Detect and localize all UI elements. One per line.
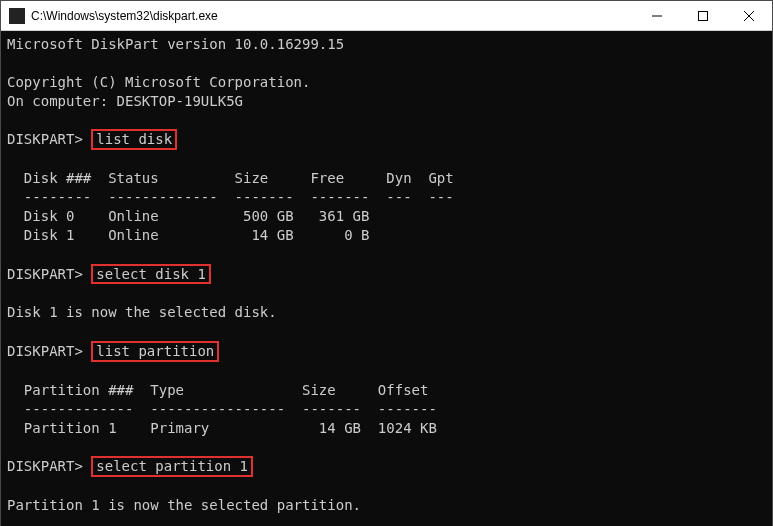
select-partition-msg: Partition 1 is now the selected partitio… bbox=[7, 496, 766, 515]
partition-table-header: Partition ### Type Size Offset bbox=[7, 381, 766, 400]
computer-line: On computer: DESKTOP-19ULK5G bbox=[7, 92, 766, 111]
disk-table-header: Disk ### Status Size Free Dyn Gpt bbox=[7, 169, 766, 188]
cmd-list-disk: list disk bbox=[91, 129, 177, 150]
app-icon bbox=[9, 8, 25, 24]
terminal-output[interactable]: Microsoft DiskPart version 10.0.16299.15… bbox=[1, 31, 772, 526]
console-window: C:\Windows\system32\diskpart.exe Microso… bbox=[0, 0, 773, 526]
cmd-select-partition: select partition 1 bbox=[91, 456, 253, 477]
close-button[interactable] bbox=[726, 1, 772, 30]
prompt-line: DISKPART> select partition 1 bbox=[7, 456, 766, 477]
window-controls bbox=[634, 1, 772, 30]
blank bbox=[7, 437, 766, 456]
maximize-button[interactable] bbox=[680, 1, 726, 30]
prompt: DISKPART> bbox=[7, 458, 83, 474]
minimize-button[interactable] bbox=[634, 1, 680, 30]
prompt: DISKPART> bbox=[7, 343, 83, 359]
blank bbox=[7, 54, 766, 73]
window-title: C:\Windows\system32\diskpart.exe bbox=[31, 9, 634, 23]
version-line: Microsoft DiskPart version 10.0.16299.15 bbox=[7, 35, 766, 54]
prompt: DISKPART> bbox=[7, 131, 83, 147]
blank bbox=[7, 245, 766, 264]
prompt-line: DISKPART> select disk 1 bbox=[7, 264, 766, 285]
title-bar: C:\Windows\system32\diskpart.exe bbox=[1, 1, 772, 31]
table-row: Disk 1 Online 14 GB 0 B bbox=[7, 226, 766, 245]
prompt: DISKPART> bbox=[7, 266, 83, 282]
blank bbox=[7, 111, 766, 130]
blank bbox=[7, 515, 766, 526]
table-row: Partition 1 Primary 14 GB 1024 KB bbox=[7, 419, 766, 438]
prompt-line: DISKPART> list partition bbox=[7, 341, 766, 362]
select-disk-msg: Disk 1 is now the selected disk. bbox=[7, 303, 766, 322]
cmd-select-disk: select disk 1 bbox=[91, 264, 211, 285]
disk-table-divider: -------- ------------- ------- ------- -… bbox=[7, 188, 766, 207]
prompt-line: DISKPART> list disk bbox=[7, 129, 766, 150]
cmd-list-partition: list partition bbox=[91, 341, 219, 362]
blank bbox=[7, 362, 766, 381]
svg-rect-1 bbox=[699, 11, 708, 20]
blank bbox=[7, 477, 766, 496]
table-row: Disk 0 Online 500 GB 361 GB bbox=[7, 207, 766, 226]
blank bbox=[7, 284, 766, 303]
blank bbox=[7, 150, 766, 169]
copyright-line: Copyright (C) Microsoft Corporation. bbox=[7, 73, 766, 92]
blank bbox=[7, 322, 766, 341]
partition-table-divider: ------------- ---------------- ------- -… bbox=[7, 400, 766, 419]
